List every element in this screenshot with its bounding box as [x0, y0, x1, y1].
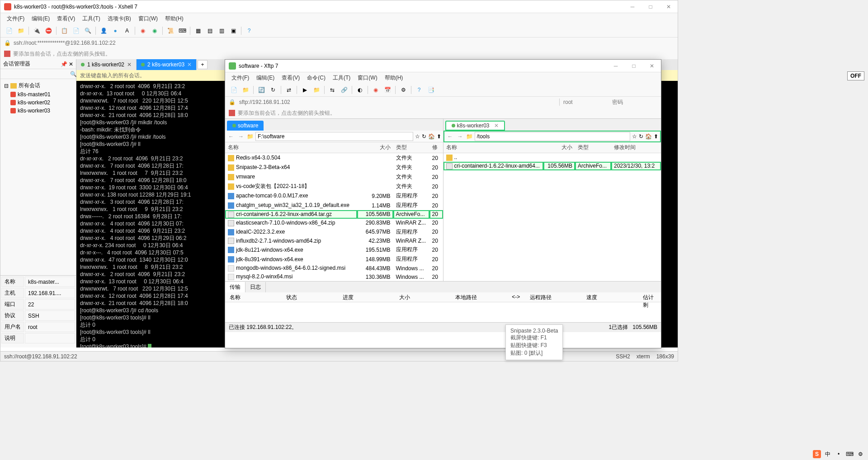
tab-close-icon[interactable]: ✕ — [494, 122, 499, 129]
gear-icon[interactable]: ⚙ — [398, 85, 408, 95]
copy-icon[interactable]: 📋 — [59, 26, 69, 36]
layout4-icon[interactable]: ▣ — [228, 26, 238, 36]
refresh-icon[interactable]: ↻ — [422, 133, 426, 140]
pin-icon[interactable]: 📌 — [61, 61, 67, 67]
profile-icon[interactable]: 👤 — [99, 26, 108, 36]
menu-tools[interactable]: 工具(T) — [80, 14, 103, 23]
file-row[interactable]: Redis-x64-3.0.504文件夹20 — [225, 153, 443, 163]
disconnect-icon[interactable]: ⛔ — [43, 26, 53, 36]
menu-file[interactable]: 文件(F) — [4, 14, 27, 23]
local-tab[interactable]: software — [227, 121, 264, 131]
terminal-tab-active[interactable]: 2 k8s-worker03 ✕ — [137, 59, 197, 70]
home-icon[interactable]: 🏠 — [428, 133, 435, 140]
color-icon[interactable]: ◐ — [355, 85, 365, 95]
file-row[interactable]: apache-tomcat-9.0.0.M17.exe9.20MB应用程序20 — [225, 191, 443, 201]
refresh-icon[interactable]: ↻ — [639, 133, 643, 140]
new-folder-icon[interactable]: 📁 — [311, 85, 321, 95]
all-sessions-folder[interactable]: ⊟ 所有会话 — [2, 81, 74, 90]
back-icon[interactable]: ← — [446, 133, 454, 140]
tab-close-icon[interactable]: ✕ — [127, 61, 132, 68]
open-icon[interactable]: 📁 — [241, 85, 250, 95]
file-row[interactable]: mysql-8.2.0-winx64.msi130.36MBWindows ..… — [225, 272, 443, 281]
file-row[interactable]: jdk-8u391-windows-x64.exe148.99MB应用程序20 — [225, 254, 443, 264]
help-icon[interactable]: ? — [244, 26, 254, 36]
search-icon[interactable]: 🔍 — [83, 26, 93, 36]
up-icon[interactable]: ⬆ — [437, 133, 441, 140]
file-row[interactable]: vmware文件夹20 — [225, 172, 443, 182]
file-row[interactable]: Snipaste-2.3-Beta-x64文件夹20 — [225, 163, 443, 172]
menu-window[interactable]: 窗口(W) — [136, 14, 160, 23]
file-row[interactable]: chatglm_setup_win32_ia32_1.0.19_default.… — [225, 201, 443, 210]
ime-settings-icon[interactable]: ⚙ — [856, 450, 864, 458]
menu-edit[interactable]: 编辑(E) — [254, 73, 277, 83]
layout-icon[interactable]: ▦ — [193, 26, 203, 36]
new-session-icon[interactable]: 📄 — [4, 26, 14, 36]
star-icon[interactable]: ☆ — [632, 133, 637, 140]
new-icon[interactable]: 📄 — [229, 85, 239, 95]
file-row[interactable]: vs-code安装包【2022-11-18】文件夹20 — [225, 182, 443, 191]
transfer-tab[interactable]: 传输 — [225, 282, 245, 292]
color-icon[interactable]: ● — [110, 26, 120, 36]
forward-icon[interactable]: → — [237, 133, 245, 140]
file-row[interactable]: ideaIC-2022.3.2.exe645.97MB应用程序20 — [225, 227, 443, 237]
refresh-icon[interactable]: ↻ — [268, 85, 278, 95]
remote-path-input[interactable] — [475, 132, 631, 141]
local-path-input[interactable] — [255, 132, 413, 141]
menu-file[interactable]: 文件(F) — [229, 73, 252, 83]
terminal-tab[interactable]: 1 k8s-worker02 ✕ — [76, 59, 137, 70]
maximize-button[interactable]: □ — [625, 60, 643, 72]
search-icon[interactable]: 🔍 — [70, 71, 77, 77]
menu-command[interactable]: 命令(C) — [304, 73, 328, 83]
xftp2-icon[interactable]: ◉ — [150, 26, 160, 36]
script-icon[interactable]: 📜 — [165, 26, 175, 36]
layout3-icon[interactable]: ▥ — [217, 26, 226, 36]
session-item[interactable]: k8s-worker02 — [2, 99, 74, 107]
local-file-list[interactable]: 名称 大小 类型 修 Redis-x64-3.0.504文件夹20Snipast… — [225, 142, 443, 281]
file-row[interactable]: elasticsearch-7.10.0-windows-x86_64.zip2… — [225, 219, 443, 227]
menu-view[interactable]: 查看(V) — [279, 73, 302, 83]
file-row[interactable]: mongodb-windows-x86_64-6.0.12-signed.msi… — [225, 264, 443, 272]
sogou-ime-icon[interactable]: S — [813, 450, 821, 458]
menu-help[interactable]: 帮助(H) — [162, 14, 186, 23]
off-button[interactable]: OFF — [847, 71, 864, 80]
menu-help[interactable]: 帮助(H) — [382, 73, 406, 83]
session-item[interactable]: k8s-worker03 — [2, 107, 74, 115]
close-panel-icon[interactable]: ✕ — [69, 61, 73, 67]
home-icon[interactable]: 🏠 — [645, 133, 652, 140]
tab-add-button[interactable]: + — [198, 60, 208, 69]
keymap-icon[interactable]: ⌨ — [177, 26, 187, 36]
menu-tab[interactable]: 选项卡(B) — [105, 14, 134, 23]
transfer-icon[interactable]: ⇄ — [284, 85, 294, 95]
link-icon[interactable]: 🔗 — [339, 85, 349, 95]
help-icon[interactable]: ? — [414, 85, 424, 95]
forward-icon[interactable]: → — [456, 133, 464, 140]
minimize-button[interactable]: ─ — [623, 0, 642, 13]
close-button[interactable]: ✕ — [643, 60, 661, 72]
ime-keyboard-icon[interactable]: ⌨ — [845, 450, 854, 458]
menu-view[interactable]: 查看(V) — [54, 14, 78, 23]
file-row[interactable]: jdk-8u121-windows-x64.exe195.51MB应用程序20 — [225, 245, 443, 254]
xftp-address[interactable]: sftp://192.168.91.102 — [239, 99, 556, 105]
reconnect-icon[interactable]: 🔌 — [32, 26, 42, 36]
layout2-icon[interactable]: ▤ — [205, 26, 215, 36]
session-search-input[interactable] — [2, 71, 70, 77]
font-icon[interactable]: A — [122, 26, 132, 36]
calendar-icon[interactable]: 📅 — [382, 85, 392, 95]
maximize-button[interactable]: □ — [642, 0, 660, 13]
record-icon[interactable]: ◉ — [371, 85, 381, 95]
user-input[interactable] — [563, 99, 609, 105]
remote-file-list[interactable]: 名称 大小 类型 修改时间 ..cri-containerd-1.6.22-li… — [443, 142, 661, 281]
password-input[interactable] — [612, 99, 657, 105]
menu-edit[interactable]: 编辑(E) — [29, 14, 52, 23]
minimize-button[interactable]: ─ — [607, 60, 625, 72]
tab-close-icon[interactable]: ✕ — [187, 61, 192, 68]
paste-icon[interactable]: 📄 — [71, 26, 81, 36]
bookmark-icon[interactable]: 📑 — [426, 85, 436, 95]
log-tab[interactable]: 日志 — [245, 282, 266, 292]
address-text[interactable]: ssh://root:*************@192.168.91.102:… — [14, 40, 116, 46]
play-icon[interactable]: ▶ — [300, 85, 310, 95]
file-row[interactable]: cri-containerd-1.6.22-linux-amd64.tar.gz… — [225, 210, 443, 219]
session-item[interactable]: k8s-master01 — [2, 90, 74, 99]
menu-tools[interactable]: 工具(T) — [330, 73, 353, 83]
switch-icon[interactable]: ⇆ — [327, 85, 337, 95]
